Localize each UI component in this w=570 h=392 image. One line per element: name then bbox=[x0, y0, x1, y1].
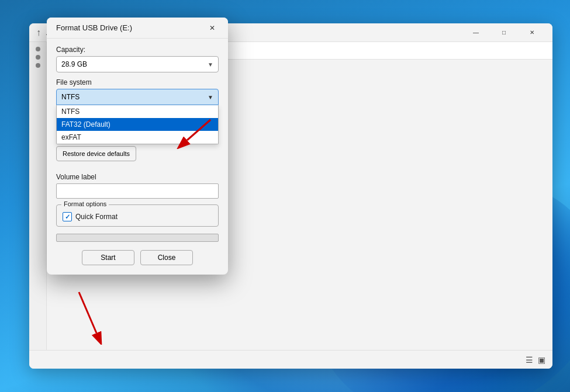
filesystem-dropdown-container: NTFS ▼ NTFS FAT32 (Default) exFAT bbox=[56, 89, 219, 105]
explorer-toolbar-bottom: ☰ ▣ bbox=[29, 350, 552, 369]
close-dialog-button[interactable]: Close bbox=[140, 250, 193, 265]
format-dialog: Format USB Drive (E:) ✕ Capacity: 28.9 G… bbox=[47, 18, 228, 275]
filesystem-current-value: NTFS bbox=[61, 93, 80, 101]
fs-option-ntfs[interactable]: NTFS bbox=[57, 105, 218, 118]
quick-format-row: ✓ Quick Format bbox=[63, 212, 212, 221]
capacity-value: 28.9 GB bbox=[61, 60, 87, 68]
filesystem-label: File system bbox=[56, 78, 219, 86]
fs-option-ntfs-label: NTFS bbox=[61, 107, 80, 116]
capacity-select[interactable]: 28.9 GB ▼ bbox=[56, 56, 219, 72]
dialog-close-button[interactable]: ✕ bbox=[203, 19, 221, 37]
dialog-footer: Start Close bbox=[56, 250, 219, 265]
checkbox-checkmark: ✓ bbox=[65, 213, 70, 221]
volume-label-label: Volume label bbox=[56, 173, 219, 181]
explorer-sidebar bbox=[29, 42, 47, 350]
fs-option-exfat[interactable]: exFAT bbox=[57, 131, 218, 144]
maximize-button[interactable]: □ bbox=[490, 23, 517, 42]
format-options-legend: Format options bbox=[61, 200, 109, 207]
close-button[interactable]: ✕ bbox=[519, 23, 545, 42]
quick-format-checkbox[interactable]: ✓ bbox=[63, 212, 72, 221]
fs-option-fat32[interactable]: FAT32 (Default) bbox=[57, 118, 218, 131]
sidebar-item bbox=[36, 55, 40, 60]
volume-label-input[interactable] bbox=[56, 183, 219, 199]
dialog-body: Capacity: 28.9 GB ▼ File system NTFS ▼ N… bbox=[47, 39, 228, 275]
tiles-view-icon[interactable]: ▣ bbox=[538, 355, 545, 365]
start-button[interactable]: Start bbox=[82, 250, 134, 265]
minimize-button[interactable]: — bbox=[462, 23, 489, 42]
dialog-title: Format USB Drive (E:) bbox=[56, 23, 132, 32]
list-view-icon[interactable]: ☰ bbox=[526, 355, 533, 365]
restore-btn-container: Restore device defaults bbox=[56, 146, 219, 167]
window-controls: — □ ✕ bbox=[462, 23, 545, 42]
filesystem-dropdown: NTFS FAT32 (Default) exFAT bbox=[56, 105, 219, 144]
quick-format-label: Quick Format bbox=[75, 213, 118, 221]
capacity-label: Capacity: bbox=[56, 46, 219, 54]
nav-back-icon[interactable]: ↑ bbox=[36, 27, 41, 38]
capacity-wrapper: 28.9 GB ▼ bbox=[56, 56, 219, 72]
sidebar-item bbox=[36, 47, 40, 51]
filesystem-arrow-icon: ▼ bbox=[208, 94, 213, 100]
fs-option-fat32-label: FAT32 (Default) bbox=[61, 120, 110, 129]
format-options-group: Format options ✓ Quick Format bbox=[56, 204, 219, 227]
dialog-titlebar: Format USB Drive (E:) ✕ bbox=[47, 18, 228, 39]
capacity-dropdown-arrow: ▼ bbox=[208, 61, 213, 68]
fs-option-exfat-label: exFAT bbox=[61, 133, 81, 141]
format-progress-bar bbox=[56, 234, 219, 242]
filesystem-trigger[interactable]: NTFS ▼ bbox=[56, 89, 219, 105]
restore-device-defaults-button[interactable]: Restore device defaults bbox=[56, 146, 136, 161]
sidebar-item bbox=[36, 63, 40, 68]
